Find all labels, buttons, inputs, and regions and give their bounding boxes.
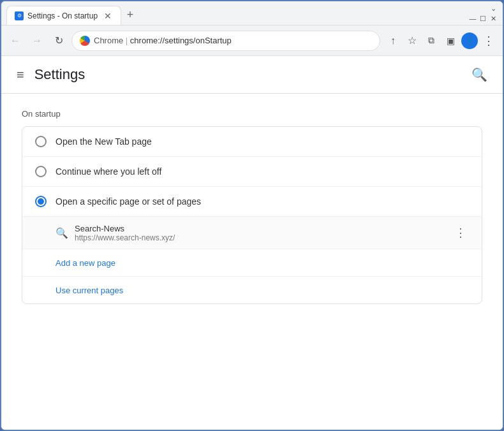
window-controls: ⌄ — ☐ ✕ <box>463 1 503 25</box>
back-button[interactable]: ← <box>6 32 24 50</box>
active-tab[interactable]: ⚙ Settings - On startup ✕ <box>6 6 121 25</box>
option-continue[interactable]: Continue where you left off <box>22 157 482 187</box>
profile-button[interactable]: 👤 <box>461 32 478 50</box>
bookmark-button[interactable]: ☆ <box>403 32 421 50</box>
url-path: chrome://settings/onStartup <box>130 36 232 45</box>
toolbar-icons: ↑ ☆ ⧉ ▣ 👤 ⋮ <box>384 32 498 50</box>
restore-button[interactable]: ☐ <box>478 14 487 23</box>
add-new-page-row: Add a new page <box>22 249 482 277</box>
page-entry-url: https://www.search-news.xyz/ <box>75 233 446 242</box>
search-entry-icon: 🔍 <box>56 227 68 239</box>
tab-close-button[interactable]: ✕ <box>103 11 113 21</box>
radio-continue[interactable] <box>35 166 47 177</box>
site-icon <box>80 36 90 46</box>
address-bar: ← → ↻ Chrome | chrome://settings/onStart… <box>1 26 503 56</box>
radio-selected-indicator <box>38 198 44 205</box>
page-entry-info: Search-News https://www.search-news.xyz/ <box>75 224 446 242</box>
search-button[interactable]: 🔍 <box>471 67 487 82</box>
extensions-button[interactable]: ⧉ <box>422 32 440 50</box>
address-input[interactable]: Chrome | chrome://settings/onStartup <box>71 31 380 51</box>
add-new-page-button[interactable]: Add a new page <box>56 258 115 268</box>
option-specific-page[interactable]: Open a specific page or set of pages <box>22 187 482 217</box>
forward-button[interactable]: → <box>28 32 46 50</box>
page-main: PCsk.com On startup Open the New Tab pag… <box>1 94 503 319</box>
use-current-pages-button[interactable]: Use current pages <box>56 286 123 295</box>
address-text: Chrome | chrome://settings/onStartup <box>94 36 232 45</box>
share-button[interactable]: ↑ <box>384 32 402 50</box>
option-specific-page-label: Open a specific page or set of pages <box>56 196 201 207</box>
tab-title: Settings - On startup <box>27 11 99 20</box>
page-entry: 🔍 Search-News https://www.search-news.xy… <box>22 217 482 249</box>
menu-button[interactable]: ≡ <box>17 68 24 82</box>
title-bar: ⚙ Settings - On startup ✕ + ⌄ — ☐ ✕ <box>1 1 503 26</box>
radio-new-tab[interactable] <box>35 136 47 147</box>
page-entry-name: Search-News <box>75 224 446 233</box>
page-content: ≡ Settings 🔍 PCsk.com On startup Open th… <box>1 56 503 430</box>
radio-specific-page[interactable] <box>35 196 47 207</box>
close-button[interactable]: ✕ <box>489 14 498 23</box>
new-tab-button[interactable]: + <box>121 6 139 24</box>
option-continue-label: Continue where you left off <box>56 166 161 177</box>
more-button[interactable]: ⋮ <box>480 32 498 50</box>
settings-header: ≡ Settings 🔍 <box>1 56 503 94</box>
url-brand: Chrome <box>94 36 123 45</box>
minimize-button[interactable]: — <box>468 14 477 23</box>
window-dropdown[interactable]: ⌄ <box>489 4 498 13</box>
browser-window: ⚙ Settings - On startup ✕ + ⌄ — ☐ ✕ ← → … <box>0 0 504 431</box>
url-separator: | <box>123 36 130 45</box>
option-new-tab[interactable]: Open the New Tab page <box>22 127 482 157</box>
page-entry-more-button[interactable]: ⋮ <box>452 223 469 242</box>
option-new-tab-label: Open the New Tab page <box>56 136 152 147</box>
options-card: Open the New Tab page Continue where you… <box>22 126 482 304</box>
profile-avatar: 👤 <box>461 33 478 49</box>
use-current-pages-row: Use current pages <box>22 277 482 303</box>
tab-area: ⚙ Settings - On startup ✕ + <box>1 1 463 25</box>
tab-favicon: ⚙ <box>15 11 24 20</box>
reload-button[interactable]: ↻ <box>50 32 68 50</box>
section-label: On startup <box>22 109 482 119</box>
settings-title: Settings <box>34 66 85 83</box>
sidebar-button[interactable]: ▣ <box>441 32 459 50</box>
